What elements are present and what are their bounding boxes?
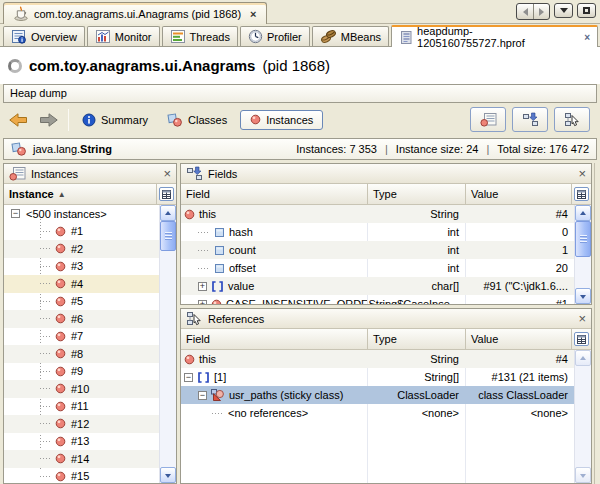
document-tab-anagrams[interactable]: com.toy.anagrams.ui.Anagrams (pid 1868) … [3,2,267,24]
scrollbar-thumb[interactable] [160,221,176,251]
scroll-tabs-right-button[interactable] [533,4,549,19]
list-item-instance[interactable]: #2 [4,240,159,258]
column-chooser-button[interactable] [159,187,174,201]
column-value[interactable]: Value [465,184,571,204]
forward-button[interactable] [37,109,61,131]
instances-view-button[interactable] [470,107,506,132]
instance-icon [211,299,222,305]
close-icon[interactable]: × [163,167,171,180]
scrollbar-track[interactable] [160,251,176,467]
column-value[interactable]: Value [465,329,571,349]
list-item-instance[interactable]: #9 [4,363,159,381]
cell-field: hash [181,223,367,241]
close-icon[interactable]: × [578,312,586,325]
table-row[interactable]: +CASE_INSENSITIVE_ORDERString$CaseInse..… [181,295,574,304]
list-item-instance[interactable]: #11 [4,398,159,416]
tab-mbeans[interactable]: MBeans [312,26,389,46]
tree-collapse-toggle[interactable]: − [198,391,207,400]
tree-collapse-toggle[interactable]: + [198,300,207,305]
tree-collapse-toggle[interactable]: − [184,373,193,382]
table-row[interactable]: hashint0 [181,223,574,241]
scroll-down-button[interactable] [160,467,176,483]
references-panel: References × Field Type Value thisString… [180,308,592,484]
scroll-up-button[interactable] [575,205,591,221]
close-icon[interactable]: × [578,167,586,180]
list-item-instance[interactable]: #3 [4,258,159,276]
table-row[interactable]: countint1 [181,241,574,259]
instance-icon [55,331,66,342]
fields-scrollbar[interactable] [574,205,591,304]
table-row[interactable]: <no references><none><none> [181,404,574,422]
scrollbar-thumb[interactable] [575,221,591,257]
maximize-button[interactable] [577,3,596,18]
tab-overview[interactable]: Overview [3,26,85,46]
references-scrollbar[interactable] [574,350,591,483]
instance-label: #12 [71,418,89,430]
scroll-tabs-left-button[interactable] [517,4,533,19]
fields-view-button[interactable] [512,107,548,132]
column-field[interactable]: Field [181,329,367,349]
tab-profiler[interactable]: Profiler [240,26,310,46]
list-item-instance[interactable]: #7 [4,328,159,346]
tree-connector-stub [198,268,210,269]
scrollbar-track[interactable] [575,257,591,288]
instance-dot-icon [250,114,261,125]
back-button[interactable] [6,109,30,131]
list-item-instance[interactable]: #13 [4,433,159,451]
scroll-up-button[interactable] [575,350,591,366]
references-view-button[interactable] [554,107,590,132]
right-column: Fields × Field Type Value thisString#4ha… [180,163,592,484]
instances-scrollbar[interactable] [159,205,176,483]
instances-root-row[interactable]: −<500 instances> [4,205,159,223]
references-column-header: Field Type Value [181,329,591,350]
table-row[interactable]: thisString#4 [181,350,574,368]
tree-collapse-toggle[interactable]: + [198,282,207,291]
column-instance[interactable]: Instance ▲ [4,184,156,204]
classes-button[interactable]: Classes [161,109,233,131]
fields-tree-icon [186,166,203,181]
instances-button[interactable]: Instances [240,110,323,130]
scroll-up-button[interactable] [160,205,176,221]
close-icon[interactable]: × [584,32,590,43]
summary-button[interactable]: Summary [76,109,154,131]
class-stats: Instances: 7 353 | Instance size: 24 | T… [296,143,589,155]
scrollbar-track[interactable] [575,366,591,467]
cell-value: 1 [465,241,574,259]
list-item-instance[interactable]: #12 [4,415,159,433]
table-row[interactable]: −usr_paths (sticky class)ClassLoaderclas… [181,386,574,404]
cell-value: 20 [465,259,574,277]
tab-heapdump[interactable]: heapdump-1205160755727.hprof × [391,25,598,47]
tree-connector-stub [40,231,52,232]
column-chooser-button[interactable] [574,332,589,346]
tab-list-dropdown-button[interactable] [554,3,573,18]
column-type[interactable]: Type [367,329,465,349]
table-row[interactable]: thisString#4 [181,205,574,223]
list-item-instance[interactable]: #5 [4,293,159,311]
column-type[interactable]: Type [367,184,465,204]
instance-label: #7 [71,330,83,342]
column-field[interactable]: Field [181,184,367,204]
list-item-instance[interactable]: #14 [4,450,159,468]
close-icon[interactable]: × [250,8,256,20]
instance-icon [55,243,66,254]
document-tab-bar: com.toy.anagrams.ui.Anagrams (pid 1868) … [0,0,600,24]
list-item-instance[interactable]: #1 [4,223,159,241]
tab-monitor[interactable]: Monitor [87,26,160,46]
list-item-instance[interactable]: #4 [4,275,159,293]
list-item-instance[interactable]: #15 [4,468,159,484]
table-row[interactable]: −[1]String[]#131 (21 items) [181,368,574,386]
instance-label: #11 [71,400,89,412]
table-row[interactable]: offsetint20 [181,259,574,277]
tab-threads[interactable]: Threads [162,26,238,46]
tree-collapse-toggle[interactable]: − [11,209,20,218]
list-item-instance[interactable]: #6 [4,310,159,328]
column-chooser-button[interactable] [574,187,589,201]
cell-type: ClassLoader [367,386,465,404]
field-label: usr_paths (sticky class) [229,386,343,404]
tab-label: heapdump-1205160755727.hprof [417,25,577,49]
scroll-down-button[interactable] [575,467,591,483]
table-row[interactable]: +valuechar[]#91 ("C:\jdk1.6.... [181,277,574,295]
scroll-down-button[interactable] [575,288,591,304]
list-item-instance[interactable]: #8 [4,345,159,363]
list-item-instance[interactable]: #10 [4,380,159,398]
